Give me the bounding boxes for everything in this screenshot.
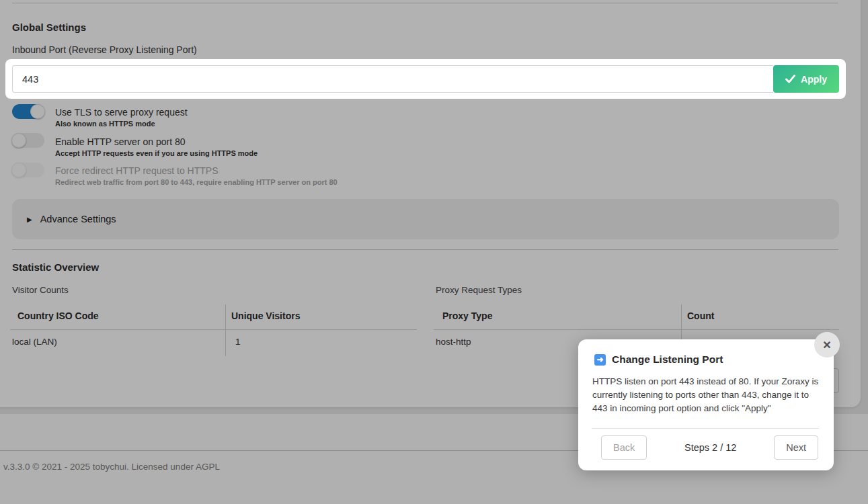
apply-button[interactable]: Apply: [773, 65, 839, 93]
popup-body-text: HTTPS listen on port 443 instead of 80. …: [592, 375, 826, 415]
popup-divider: [592, 428, 819, 429]
arrow-right-icon: ➜: [594, 354, 606, 366]
tour-popup: ✕ ➜ Change Listening Port HTTPS listen o…: [578, 339, 834, 470]
apply-button-label: Apply: [801, 74, 827, 85]
inbound-port-input[interactable]: [12, 65, 773, 93]
close-icon[interactable]: ✕: [814, 332, 840, 358]
popup-title: Change Listening Port: [612, 353, 723, 366]
tour-spotlight: Apply: [5, 59, 846, 99]
back-button[interactable]: Back: [601, 435, 647, 460]
next-button[interactable]: Next: [774, 435, 818, 460]
check-icon: [785, 75, 795, 83]
steps-indicator: Steps 2 / 12: [684, 442, 736, 453]
